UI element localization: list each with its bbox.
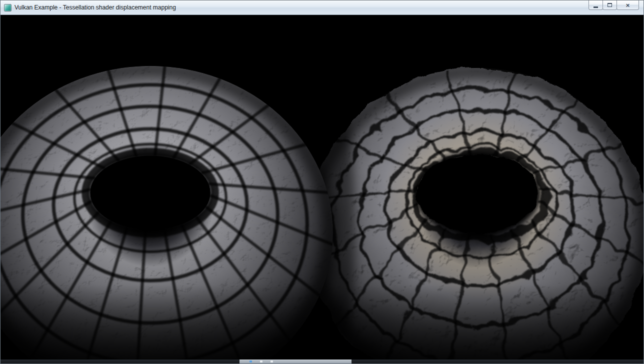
minimize-icon [594, 6, 598, 8]
app-icon [4, 4, 12, 12]
close-button[interactable]: × [616, 0, 639, 10]
render-viewport[interactable] [0, 15, 644, 360]
taskbar-icon [250, 360, 252, 362]
window-title: Vulkan Example - Tessellation shader dis… [14, 4, 176, 11]
maximize-icon [608, 3, 612, 7]
maximize-button[interactable] [602, 0, 617, 10]
caption-buttons: × [589, 0, 639, 10]
taskbar-icon [270, 360, 273, 362]
minimize-button[interactable] [588, 0, 603, 10]
app-window: Vulkan Example - Tessellation shader dis… [0, 0, 644, 364]
torus-hole [89, 154, 212, 232]
torus-hole [416, 154, 540, 234]
window-bottom-frame [0, 360, 644, 364]
close-icon: × [626, 2, 630, 8]
taskbar-icon [260, 360, 262, 362]
taskbar-peek [240, 360, 352, 364]
title-bar[interactable]: Vulkan Example - Tessellation shader dis… [0, 0, 644, 15]
torus-scene [0, 15, 644, 360]
bottom-vignette [0, 284, 644, 360]
